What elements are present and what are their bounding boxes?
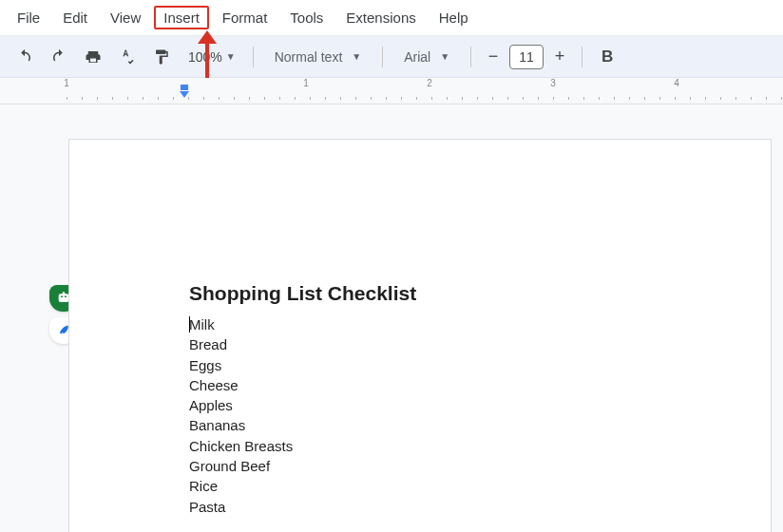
list-item[interactable]: Milk <box>189 314 714 334</box>
menu-insert[interactable]: Insert <box>154 6 209 29</box>
ruler-label: 1 <box>303 78 309 88</box>
font-size-decrease[interactable]: − <box>483 45 504 69</box>
ruler-label: 2 <box>427 78 432 88</box>
document-list[interactable]: MilkBreadEggsCheeseApplesBananasChicken … <box>189 314 714 517</box>
list-item[interactable]: Bread <box>189 334 714 354</box>
menu-edit[interactable]: Edit <box>53 6 97 29</box>
zoom-select[interactable]: 100% ▼ <box>182 49 241 65</box>
bold-button[interactable]: B <box>594 48 621 66</box>
font-size-group: − 11 + <box>483 45 570 69</box>
separator <box>253 47 254 67</box>
menu-file[interactable]: File <box>8 6 49 29</box>
ruler-label: 1 <box>64 78 69 88</box>
undo-button[interactable] <box>11 44 38 70</box>
separator <box>470 47 471 67</box>
spellcheck-button[interactable] <box>114 44 141 70</box>
zoom-value: 100% <box>188 49 222 65</box>
separator <box>382 47 383 67</box>
list-item[interactable]: Cheese <box>189 375 714 395</box>
paragraph-style-select[interactable]: Normal text ▼ <box>265 49 371 65</box>
chevron-down-icon: ▼ <box>226 51 236 62</box>
list-item[interactable]: Eggs <box>189 355 714 375</box>
print-button[interactable] <box>80 44 106 70</box>
workspace: Shopping List Checklist MilkBreadEggsChe… <box>0 104 783 532</box>
menu-extensions[interactable]: Extensions <box>336 6 425 29</box>
menubar: File Edit View Insert Format Tools Exten… <box>0 0 783 36</box>
list-item[interactable]: Ground Beef <box>189 456 714 476</box>
menu-view[interactable]: View <box>101 6 150 29</box>
toolbar: 100% ▼ Normal text ▼ Arial ▼ − 11 + B <box>0 36 783 78</box>
list-item[interactable]: Pasta <box>189 497 714 517</box>
left-indent-marker[interactable] <box>180 91 189 98</box>
document-page[interactable]: Shopping List Checklist MilkBreadEggsChe… <box>68 139 772 532</box>
list-item[interactable]: Rice <box>189 476 714 496</box>
separator <box>582 47 582 67</box>
ruler[interactable]: 11234 <box>0 78 783 104</box>
document-title[interactable]: Shopping List Checklist <box>189 282 714 305</box>
paint-format-button[interactable] <box>148 44 175 70</box>
menu-help[interactable]: Help <box>430 6 478 29</box>
list-item[interactable]: Chicken Breasts <box>189 436 714 456</box>
font-size-input[interactable]: 11 <box>509 45 544 69</box>
redo-button[interactable] <box>46 44 72 70</box>
ruler-label: 3 <box>550 78 556 88</box>
chevron-down-icon: ▼ <box>352 51 361 62</box>
chevron-down-icon: ▼ <box>440 51 449 62</box>
font-size-increase[interactable]: + <box>549 45 570 69</box>
first-line-indent-marker[interactable] <box>181 85 188 90</box>
list-item[interactable]: Apples <box>189 395 714 415</box>
font-family-select[interactable]: Arial ▼ <box>394 49 459 65</box>
menu-tools[interactable]: Tools <box>280 6 333 29</box>
font-label: Arial <box>404 49 430 65</box>
style-label: Normal text <box>275 49 343 65</box>
list-item[interactable]: Bananas <box>189 415 714 435</box>
menu-format[interactable]: Format <box>213 6 277 29</box>
ruler-label: 4 <box>674 78 679 88</box>
